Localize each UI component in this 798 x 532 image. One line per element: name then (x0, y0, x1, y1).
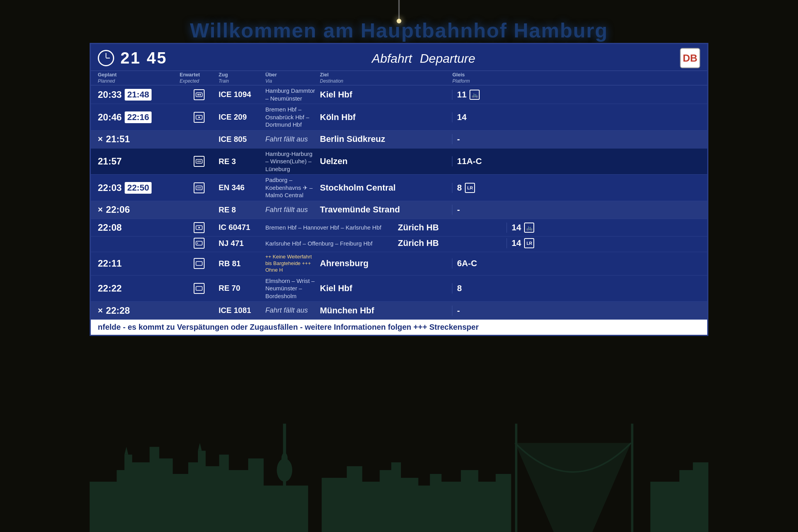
col-platform: Gleis Platform (452, 72, 561, 84)
table-row: 20:46 22:16 ICE 209 Bremen Hbf – Osnabrü… (91, 104, 707, 131)
train-number: NJ 471 (219, 239, 265, 248)
via-cell: Fahrt fällt aus (265, 205, 320, 214)
destination-cell: Ahrensburg (320, 258, 452, 269)
via-cell: Bremen Hbf – Osnabrück Hbf – Dortmund Hb… (265, 106, 320, 129)
svg-marker-25 (198, 443, 202, 451)
destination-cell: Uelzen (320, 156, 452, 166)
bike-icon: 🚲 (524, 223, 534, 233)
platform-cell: 14 🚲 (507, 223, 546, 233)
train-number: RE 3 (219, 157, 265, 166)
platform-cell: - (452, 205, 561, 215)
svg-rect-41 (399, 478, 418, 532)
via-cell: ++ Keine Weiterfahrt bis Bargteheide +++… (265, 254, 320, 274)
platform-cell: 8 LR (452, 183, 561, 193)
via-cell: Padborg – Koebenhavns ✈ – Malmö Central (265, 176, 320, 199)
svg-rect-6 (197, 161, 201, 162)
row-nj-471: NJ 471 Karlsruhe Hbf – Offenburg – Freib… (91, 236, 707, 252)
svg-rect-1 (198, 94, 199, 95)
col-train: Zug Train (219, 72, 265, 84)
row-ic-60471: 22:08 IC 60471 Bremen Hbf – Hannover Hbf… (91, 219, 707, 236)
current-time: 21 45 (120, 49, 167, 67)
svg-rect-15 (90, 482, 120, 532)
svg-rect-13 (196, 262, 202, 265)
destination-cell: Berlin Südkreuz (320, 134, 452, 144)
col-planned: Geplant Planned (98, 72, 180, 84)
via-cell: Karlsruhe Hbf – Offenburg – Freiburg Hbf (265, 240, 398, 247)
icon-cell (180, 258, 219, 269)
train-number: ICE 805 (219, 135, 265, 144)
lr-icon: LR (524, 238, 534, 248)
title-main: Abfahrt (372, 51, 412, 65)
svg-rect-48 (650, 482, 681, 532)
time-cell: 22:11 (98, 258, 180, 269)
table-body: 20:33 21:48 ICE 1094 Hamburg Dammtor – N… (91, 85, 707, 320)
svg-rect-36 (322, 478, 349, 532)
skyline-svg (90, 424, 708, 532)
col-expected: Erwartet Expected (180, 72, 219, 84)
train-type-icon (194, 283, 205, 294)
platform-cell: 14 (452, 112, 561, 122)
via-cell: Fahrt fällt aus (265, 135, 320, 144)
departure-board: 21 45 Abfahrt Departure DB Geplant Plann… (90, 43, 708, 336)
svg-point-4 (198, 117, 200, 118)
db-logo: DB (680, 48, 700, 68)
train-number: ICE 1094 (219, 90, 265, 99)
svg-rect-2 (200, 94, 201, 95)
clock-icon (98, 50, 114, 66)
svg-rect-47 (496, 474, 511, 532)
svg-rect-35 (631, 424, 633, 532)
board-title: Abfahrt Departure (372, 50, 475, 66)
col-destination: Ziel Destination (320, 72, 452, 84)
svg-rect-33 (262, 486, 308, 532)
train-type-icon (194, 258, 205, 269)
column-headers: Geplant Planned Erwartet Expected Zug Tr… (91, 71, 707, 85)
icon-cell (180, 222, 219, 233)
svg-rect-46 (476, 482, 498, 532)
table-row: × 22:06 RE 8 Fahrt fällt aus Travemünde … (91, 201, 707, 219)
table-row: × 21:51 ICE 805 Fahrt fällt aus Berlin S… (91, 131, 707, 148)
platform-cell: 6A-C (452, 258, 561, 269)
time-cell: 22:08 (98, 222, 180, 233)
destination-cell: Köln Hbf (320, 112, 452, 122)
table-row: 22:03 22:50 EN 346 Padborg – Koebenhavns… (91, 175, 707, 201)
train-number: IC 60471 (219, 223, 265, 232)
train-type-icon (194, 156, 205, 167)
icon-cell (180, 156, 219, 167)
destination-cell: Zürich HB (398, 223, 507, 233)
svg-rect-14 (196, 286, 202, 290)
platform-cell: 8 (452, 283, 561, 293)
col-via: Über Via (265, 72, 320, 84)
svg-rect-19 (128, 462, 152, 532)
table-row: 22:08 IC 60471 Bremen Hbf – Hannover Hbf… (91, 219, 707, 252)
icon-cell (180, 89, 219, 100)
icon-cell (180, 112, 219, 123)
svg-point-10 (198, 227, 200, 228)
icon-cell (180, 283, 219, 294)
welcome-text: Willkommen am Hauptbahnhof Hamburg (190, 19, 608, 42)
board-header: 21 45 Abfahrt Departure DB (91, 44, 707, 71)
platform-cell: - (452, 306, 561, 316)
svg-rect-39 (380, 470, 393, 532)
train-number: EN 346 (219, 183, 265, 192)
svg-rect-42 (417, 486, 432, 532)
destination-cell: Zürich HB (398, 238, 507, 248)
svg-rect-0 (196, 93, 202, 97)
train-number: ICE 209 (219, 113, 265, 122)
bike-icon: 🚲 (470, 90, 480, 100)
svg-rect-11 (196, 241, 202, 245)
via-cell: Bremen Hbf – Hannover Hbf – Karlsruhe Hb… (265, 224, 398, 232)
train-number: RE 70 (219, 284, 265, 293)
svg-rect-50 (693, 462, 708, 532)
platform-cell: 11A-C (452, 156, 561, 166)
skyline-area (90, 423, 708, 532)
time-cell: × 22:06 (98, 204, 180, 215)
time-cell: 22:03 22:50 (98, 182, 180, 194)
time-cell: 20:46 22:16 (98, 111, 180, 123)
svg-rect-21 (157, 458, 173, 532)
train-type-icon (194, 222, 205, 233)
destination-cell: Travemünde Strand (320, 205, 452, 215)
destination-cell: Kiel Hbf (320, 283, 452, 293)
train-number: RE 8 (219, 205, 265, 214)
svg-rect-29 (248, 458, 264, 532)
time-cell: × 22:28 (98, 305, 180, 316)
